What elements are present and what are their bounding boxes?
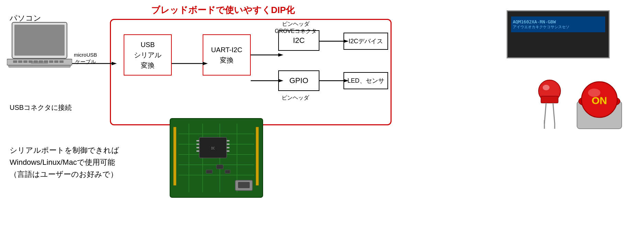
on-button: ON bbox=[575, 74, 623, 130]
laptop-illustration bbox=[7, 21, 72, 74]
svg-line-25 bbox=[553, 103, 555, 124]
page-title: ブレッドボードで使いやすくDIP化 bbox=[151, 4, 295, 16]
usb-serial-box: USBシリアル変換 bbox=[124, 34, 172, 76]
svg-rect-54 bbox=[238, 182, 250, 188]
svg-rect-46 bbox=[196, 144, 199, 145]
led-component bbox=[534, 76, 565, 130]
uart-i2c-box: UART-I2C変換 bbox=[203, 34, 251, 76]
svg-rect-17 bbox=[49, 60, 53, 63]
usb-connector-label: USBコネクタに接続 bbox=[10, 103, 72, 112]
svg-rect-48 bbox=[196, 150, 199, 152]
pin-hedda-bottom-label: ピンヘッダ bbox=[282, 94, 309, 102]
led-sensor-box: LED、センサ bbox=[343, 72, 388, 89]
svg-rect-20 bbox=[9, 65, 70, 67]
svg-rect-10 bbox=[13, 60, 17, 63]
svg-rect-23 bbox=[541, 96, 558, 103]
i2c-device-box: I2Cデバイス bbox=[343, 33, 388, 50]
svg-rect-19 bbox=[59, 60, 64, 63]
svg-rect-49 bbox=[227, 140, 229, 141]
svg-rect-16 bbox=[44, 60, 48, 63]
svg-rect-45 bbox=[196, 140, 199, 141]
gpio-box: GPIO bbox=[278, 70, 319, 91]
svg-rect-59 bbox=[206, 170, 212, 173]
lcd-display: AQM1602XA-RN-GBW アイウエオカキクケコサシスセソ bbox=[507, 10, 610, 58]
svg-rect-7 bbox=[15, 43, 64, 45]
microusb-label: microUSBケーブル bbox=[74, 51, 97, 65]
svg-rect-12 bbox=[23, 60, 27, 63]
svg-rect-8 bbox=[15, 47, 64, 49]
svg-rect-57 bbox=[216, 165, 223, 169]
svg-rect-55 bbox=[173, 127, 176, 185]
bottom-text: シリアルポートを制御できれば Windows/Linux/Macで使用可能 （言… bbox=[10, 144, 119, 181]
lcd-line2: アイウエオカキクケコサシスセソ bbox=[513, 24, 603, 30]
svg-rect-58 bbox=[225, 170, 230, 173]
svg-text:IC: IC bbox=[211, 147, 215, 150]
svg-rect-4 bbox=[15, 31, 64, 33]
svg-rect-50 bbox=[227, 144, 229, 145]
svg-rect-51 bbox=[227, 147, 229, 148]
svg-text:ON: ON bbox=[592, 95, 607, 106]
pin-hedda-top-label: ピンヘッダGROVEコネクタ bbox=[275, 21, 317, 35]
svg-rect-56 bbox=[256, 127, 259, 185]
svg-rect-47 bbox=[196, 147, 199, 148]
lcd-line1: AQM1602XA-RN-GBW bbox=[513, 19, 603, 24]
svg-rect-6 bbox=[15, 39, 64, 41]
svg-rect-15 bbox=[39, 60, 43, 63]
svg-rect-52 bbox=[227, 150, 229, 152]
svg-rect-11 bbox=[18, 60, 22, 63]
svg-rect-13 bbox=[29, 60, 33, 63]
pcb-board: IC bbox=[168, 117, 264, 199]
svg-rect-14 bbox=[34, 60, 38, 63]
svg-point-22 bbox=[543, 85, 550, 90]
svg-rect-9 bbox=[15, 51, 43, 54]
svg-rect-18 bbox=[54, 60, 58, 63]
svg-rect-5 bbox=[15, 35, 64, 37]
